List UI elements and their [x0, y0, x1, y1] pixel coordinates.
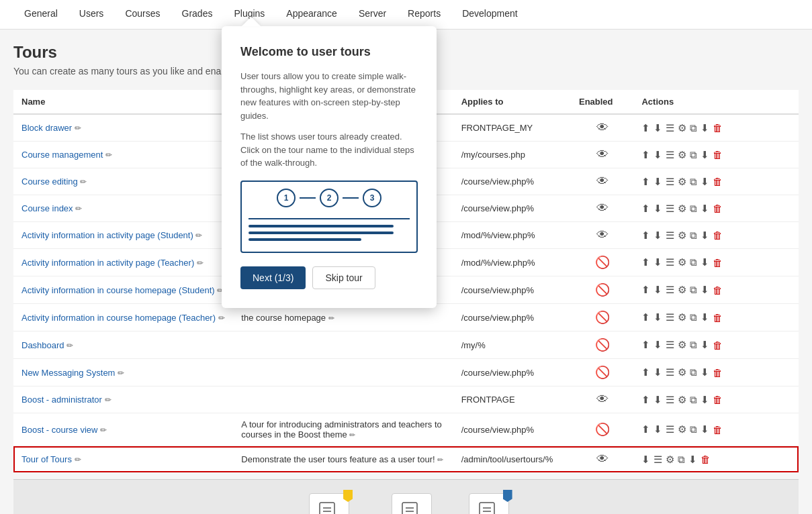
move-up-icon[interactable]: ⬆ — [641, 339, 650, 351]
delete-icon[interactable]: 🗑 — [713, 257, 723, 268]
delete-icon[interactable]: 🗑 — [713, 424, 723, 435]
download-icon[interactable]: ⬇ — [701, 311, 709, 323]
tour-name[interactable]: New Messaging System ✏ — [13, 359, 233, 387]
list-icon[interactable]: ☰ — [666, 176, 674, 188]
move-down-icon[interactable]: ⬇ — [653, 256, 662, 268]
tour-name[interactable]: Activity information in activity page (T… — [13, 249, 233, 276]
delete-icon[interactable]: 🗑 — [713, 367, 723, 378]
nav-users[interactable]: Users — [69, 0, 115, 29]
list-icon[interactable]: ☰ — [666, 229, 674, 242]
tour-name[interactable]: Course management ✏ — [13, 142, 233, 168]
tour-name[interactable]: Course index ✏ — [13, 195, 233, 222]
download-icon[interactable]: ⬇ — [701, 366, 709, 378]
settings-icon[interactable]: ⚙ — [678, 366, 686, 378]
copy-icon[interactable]: ⧉ — [690, 339, 697, 351]
delete-icon[interactable]: 🗑 — [713, 122, 723, 134]
download-icon[interactable]: ⬇ — [701, 284, 709, 296]
delete-icon[interactable]: 🗑 — [713, 340, 723, 351]
move-up-icon[interactable]: ⬆ — [641, 394, 650, 406]
eye-open-icon[interactable]: 👁 — [596, 174, 608, 188]
copy-icon[interactable]: ⧉ — [690, 394, 697, 406]
tour-repository-button[interactable]: Tour repository — [460, 493, 518, 514]
delete-icon[interactable]: 🗑 — [713, 285, 723, 296]
move-down-icon[interactable]: ⬇ — [653, 339, 662, 351]
move-down-icon[interactable]: ⬇ — [653, 311, 662, 323]
eye-open-icon[interactable]: 👁 — [596, 148, 608, 161]
copy-icon[interactable]: ⧉ — [678, 454, 685, 466]
copy-icon[interactable]: ⧉ — [690, 176, 697, 188]
move-down-icon[interactable]: ⬇ — [653, 176, 662, 188]
move-down-icon[interactable]: ⬇ — [653, 284, 662, 296]
settings-icon[interactable]: ⚙ — [678, 394, 686, 406]
copy-icon[interactable]: ⧉ — [690, 311, 697, 323]
move-down-icon[interactable]: ⬇ — [653, 423, 662, 435]
download-icon[interactable]: ⬇ — [701, 229, 709, 242]
move-up-icon[interactable]: ⬆ — [641, 122, 650, 134]
move-up-icon[interactable]: ⬆ — [641, 149, 650, 161]
move-down-icon[interactable]: ⬇ — [641, 454, 650, 466]
eye-closed-icon[interactable]: 🚫 — [595, 338, 610, 352]
tour-name[interactable]: Boost - administrator ✏ — [13, 387, 233, 413]
delete-icon[interactable]: 🗑 — [701, 454, 711, 465]
import-tour-button[interactable]: Import tour — [391, 493, 433, 514]
list-icon[interactable]: ☰ — [666, 311, 674, 323]
nav-courses[interactable]: Courses — [114, 0, 171, 29]
settings-icon[interactable]: ⚙ — [678, 256, 686, 268]
settings-icon[interactable]: ⚙ — [678, 423, 686, 435]
download-icon[interactable]: ⬇ — [701, 122, 709, 134]
eye-open-icon[interactable]: 👁 — [596, 201, 608, 215]
eye-closed-icon[interactable]: 🚫 — [595, 423, 610, 436]
download-icon[interactable]: ⬇ — [701, 339, 709, 351]
list-icon[interactable]: ☰ — [666, 256, 674, 268]
eye-closed-icon[interactable]: 🚫 — [595, 311, 610, 324]
settings-icon[interactable]: ⚙ — [678, 339, 686, 351]
list-icon[interactable]: ☰ — [666, 339, 674, 351]
settings-icon[interactable]: ⚙ — [678, 176, 686, 188]
move-down-icon[interactable]: ⬇ — [653, 203, 662, 215]
create-new-tour-button[interactable]: Create a new tour — [294, 493, 363, 514]
settings-icon[interactable]: ⚙ — [678, 122, 686, 134]
tour-name[interactable]: Course editing ✏ — [13, 168, 233, 195]
tour-name[interactable]: Boost - course view ✏ — [13, 413, 233, 446]
tour-name[interactable]: Activity information in course homepage … — [13, 276, 233, 304]
tour-name[interactable]: Dashboard ✏ — [13, 331, 233, 359]
eye-closed-icon[interactable]: 🚫 — [595, 283, 610, 297]
nav-general[interactable]: General — [13, 0, 69, 29]
skip-tour-button[interactable]: Skip tour — [312, 266, 375, 289]
tour-name[interactable]: Block drawer ✏ — [13, 114, 233, 142]
move-up-icon[interactable]: ⬆ — [641, 176, 650, 188]
delete-icon[interactable]: 🗑 — [713, 203, 723, 214]
download-icon[interactable]: ⬇ — [701, 256, 709, 268]
eye-closed-icon[interactable]: 🚫 — [595, 366, 610, 379]
copy-icon[interactable]: ⧉ — [690, 284, 697, 296]
download-icon[interactable]: ⬇ — [701, 423, 709, 435]
nav-grades[interactable]: Grades — [171, 0, 224, 29]
eye-open-icon[interactable]: 👁 — [596, 452, 608, 466]
settings-icon[interactable]: ⚙ — [678, 229, 686, 242]
move-down-icon[interactable]: ⬇ — [653, 366, 662, 378]
list-icon[interactable]: ☰ — [666, 366, 674, 378]
tour-name[interactable]: Tour of Tours ✏ — [13, 446, 233, 473]
move-down-icon[interactable]: ⬇ — [653, 149, 662, 161]
move-up-icon[interactable]: ⬆ — [641, 311, 650, 323]
move-up-icon[interactable]: ⬆ — [641, 256, 650, 268]
eye-open-icon[interactable]: 👁 — [596, 121, 608, 134]
download-icon[interactable]: ⬇ — [688, 454, 697, 466]
settings-icon[interactable]: ⚙ — [678, 203, 686, 215]
download-icon[interactable]: ⬇ — [701, 203, 709, 215]
copy-icon[interactable]: ⧉ — [690, 149, 697, 161]
delete-icon[interactable]: 🗑 — [713, 176, 723, 187]
list-icon[interactable]: ☰ — [666, 203, 674, 215]
list-icon[interactable]: ☰ — [653, 454, 662, 466]
download-icon[interactable]: ⬇ — [701, 394, 709, 406]
tour-name[interactable]: Activity information in activity page (S… — [13, 222, 233, 249]
list-icon[interactable]: ☰ — [666, 423, 674, 435]
delete-icon[interactable]: 🗑 — [713, 312, 723, 323]
delete-icon[interactable]: 🗑 — [713, 394, 723, 405]
settings-icon[interactable]: ⚙ — [666, 454, 674, 466]
delete-icon[interactable]: 🗑 — [713, 149, 723, 160]
settings-icon[interactable]: ⚙ — [678, 311, 686, 323]
next-button[interactable]: Next (1/3) — [240, 266, 306, 289]
download-icon[interactable]: ⬇ — [701, 176, 709, 188]
move-up-icon[interactable]: ⬆ — [641, 203, 650, 215]
